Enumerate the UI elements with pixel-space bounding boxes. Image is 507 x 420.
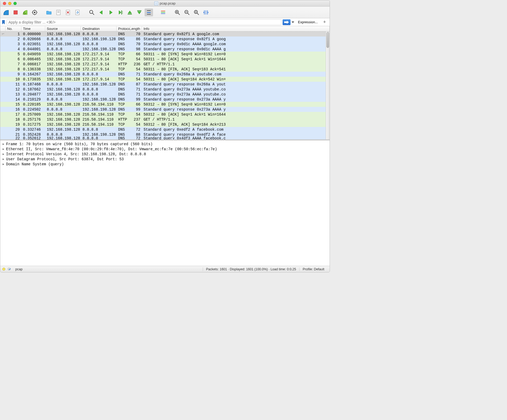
detail-tree-row[interactable]: ▶User Datagram Protocol, Src Port: 63874…	[2, 157, 328, 162]
packet-row[interactable]: 100.173835192.168.198.128172.217.9.14TCP…	[0, 77, 330, 82]
packet-row[interactable]: 40.0440018.8.8.8192.168.198.128DNS98Stan…	[0, 47, 330, 52]
packet-cell: 19	[6, 122, 21, 127]
packet-details-pane[interactable]: ▶Frame 1: 70 bytes on wire (560 bits), 7…	[0, 140, 330, 266]
go-back-icon[interactable]	[97, 8, 105, 16]
filter-bookmark-icon[interactable]	[1, 19, 6, 25]
packet-row[interactable]: 220.352612192.168.198.1288.8.8.8DNS72Sta…	[0, 137, 330, 139]
colorize-icon[interactable]	[159, 8, 167, 16]
packet-cell: 0.000000	[21, 32, 45, 36]
packet-cell: 172.217.9.14	[81, 57, 117, 61]
wireshark-fin-icon[interactable]	[2, 8, 10, 16]
packet-row[interactable]: 160.2245028.8.8.8192.168.198.128DNS99Sta…	[0, 107, 330, 112]
detail-tree-row[interactable]: ▶Domain Name System (query)	[2, 162, 328, 167]
header-destination[interactable]: Destination	[81, 26, 117, 31]
go-first-icon[interactable]	[126, 8, 134, 16]
packet-cell: 216.58.194.110	[81, 117, 117, 122]
expand-triangle-icon[interactable]: ▶	[2, 142, 5, 146]
header-info[interactable]: Info	[142, 26, 330, 31]
packet-row[interactable]: 120.187662192.168.198.1288.8.8.8DNS71Sta…	[0, 87, 330, 92]
edit-capture-comment-icon[interactable]	[7, 267, 11, 271]
packet-row[interactable]: 90.164267192.168.198.1288.8.8.8DNS71Stan…	[0, 72, 330, 77]
close-file-icon[interactable]	[64, 8, 72, 16]
packet-cell: Standard query 0xedf2 A facebook.com	[142, 127, 330, 132]
stop-capture-icon[interactable]	[11, 8, 20, 16]
header-source[interactable]: Source	[45, 26, 81, 31]
packet-row[interactable]: 80.136338192.168.198.128172.217.9.14TCP5…	[0, 67, 330, 72]
svg-marker-25	[128, 11, 132, 13]
packet-row[interactable]: 50.049059192.168.198.128172.217.9.14TCP6…	[0, 52, 330, 57]
expand-triangle-icon[interactable]: ▶	[2, 147, 5, 151]
zoom-out-icon[interactable]	[183, 8, 191, 16]
header-protocol[interactable]: Protocol	[117, 26, 130, 31]
packet-cell: TCP	[117, 57, 130, 61]
packet-cell: 192.168.198.128	[45, 57, 81, 61]
auto-scroll-icon[interactable]	[145, 8, 153, 16]
packet-row[interactable]: 140.2101298.8.8.8192.168.198.128DNS99Sta…	[0, 97, 330, 102]
save-file-icon[interactable]	[54, 8, 63, 16]
packet-row[interactable]: 130.204877192.168.198.1288.8.8.8DNS71Sta…	[0, 92, 330, 97]
packet-row[interactable]: 180.257176192.168.198.128216.58.194.110H…	[0, 117, 330, 122]
svg-marker-18	[100, 11, 102, 14]
add-filter-button[interactable]: +	[320, 19, 329, 25]
go-last-icon[interactable]	[135, 8, 144, 16]
header-no[interactable]: No.	[6, 26, 21, 31]
packet-cell: 54	[130, 57, 142, 61]
packet-row[interactable]: 70.086817192.168.198.128172.217.9.14HTTP…	[0, 62, 330, 67]
packet-cell: 0.317275	[21, 122, 45, 127]
packet-cell: 8.8.8.8	[45, 47, 81, 51]
packet-cell: 0.136338	[21, 67, 45, 71]
filter-history-dropdown[interactable]	[291, 19, 295, 25]
zoom-in-icon[interactable]	[173, 8, 182, 16]
packet-row[interactable]: 10.000000192.168.198.1288.8.8.8DNS70Stan…	[0, 31, 330, 36]
packet-cell: 5	[6, 52, 21, 56]
open-file-icon[interactable]	[45, 8, 53, 16]
packet-cell: 71	[130, 92, 142, 97]
reload-file-icon[interactable]	[73, 8, 82, 16]
scrollbar-thumb[interactable]	[326, 32, 329, 48]
expert-info-icon[interactable]	[2, 268, 5, 271]
expand-triangle-icon[interactable]: ▶	[2, 162, 5, 166]
packet-cell: DNS	[117, 127, 130, 132]
find-packet-icon[interactable]	[87, 8, 96, 16]
packet-cell: 0.352612	[21, 136, 45, 139]
packet-row[interactable]: 30.023651192.168.198.1288.8.8.8DNS70Stan…	[0, 42, 330, 47]
go-forward-icon[interactable]	[107, 8, 115, 16]
packet-row[interactable]: 60.086465192.168.198.128172.217.9.14TCP5…	[0, 57, 330, 62]
packet-row[interactable]: 170.257009192.168.198.128216.58.194.110T…	[0, 112, 330, 117]
expand-triangle-icon[interactable]: ▶	[2, 152, 5, 156]
svg-rect-7	[57, 10, 60, 15]
svg-point-16	[90, 10, 93, 13]
expression-button[interactable]: Expression...	[295, 20, 320, 24]
detail-tree-row[interactable]: ▶Frame 1: 70 bytes on wire (560 bits), 7…	[2, 141, 328, 147]
detail-tree-row[interactable]: ▶Internet Protocol Version 4, Src: 192.1…	[2, 152, 328, 157]
header-length[interactable]: Length	[130, 26, 142, 31]
packet-row[interactable]: 150.220185192.168.198.128216.58.194.110T…	[0, 102, 330, 107]
row-marker	[0, 32, 6, 36]
expand-triangle-icon[interactable]: ▶	[2, 157, 5, 161]
packet-list-body[interactable]: 10.000000192.168.198.1288.8.8.8DNS70Stan…	[0, 31, 330, 139]
main-toolbar	[0, 7, 330, 18]
packet-cell: HTTP	[117, 62, 130, 66]
packet-row[interactable]: 200.332746192.168.198.1288.8.8.8DNS72Sta…	[0, 127, 330, 132]
packet-cell: 71	[130, 72, 142, 76]
capture-options-icon[interactable]	[30, 8, 39, 16]
packet-cell: DNS	[117, 92, 130, 97]
svg-rect-31	[147, 12, 151, 13]
packet-cell: 18	[6, 117, 21, 122]
packet-row[interactable]: 20.0206668.8.8.8192.168.198.128DNS86Stan…	[0, 36, 330, 42]
packet-cell: 192.168.198.128	[45, 122, 81, 127]
detail-tree-row[interactable]: ▶Ethernet II, Src: Vmware_f8:4e:70 (00:0…	[2, 147, 328, 152]
status-profile[interactable]: Profile: Default	[299, 267, 328, 271]
restart-capture-icon[interactable]	[21, 8, 29, 16]
packet-row[interactable]: 110.1874688.8.8.8192.168.198.128DNS87Sta…	[0, 82, 330, 87]
packet-cell: 192.168.198.128	[45, 102, 81, 107]
display-filter-input[interactable]	[7, 19, 282, 25]
zoom-reset-icon[interactable]	[192, 8, 201, 16]
packet-row[interactable]: 190.317275192.168.198.128216.58.194.110T…	[0, 122, 330, 127]
go-to-packet-icon[interactable]	[116, 8, 125, 16]
packet-cell: Standard query response 0x268a A yout	[142, 82, 330, 86]
packet-list-scrollbar[interactable]	[326, 31, 330, 139]
resize-columns-icon[interactable]	[202, 8, 210, 16]
header-time[interactable]: Time	[21, 26, 45, 31]
apply-filter-button[interactable]	[283, 19, 291, 25]
